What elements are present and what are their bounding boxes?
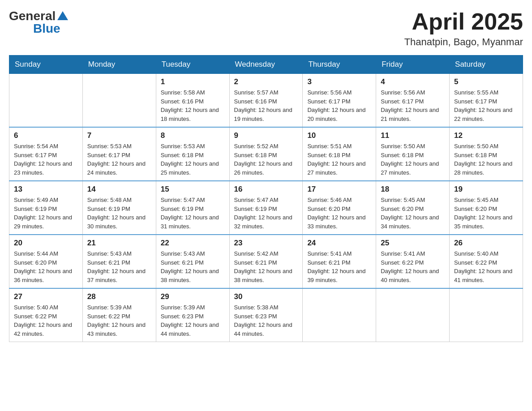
weekday-header-row: Sunday Monday Tuesday Wednesday Thursday… xyxy=(9,56,523,74)
page-header: General Blue April 2025 Thanatpin, Bago,… xyxy=(9,9,523,48)
daylight-text: Daylight: 12 hours and 36 minutes. xyxy=(14,268,72,283)
day-info: Sunrise: 5:53 AMSunset: 6:17 PMDaylight:… xyxy=(87,142,151,177)
sunrise-text: Sunrise: 5:50 AM xyxy=(381,143,425,150)
week-row-4: 20Sunrise: 5:44 AMSunset: 6:20 PMDayligh… xyxy=(9,235,523,288)
header-tuesday: Tuesday xyxy=(156,56,229,74)
sunrise-text: Sunrise: 5:43 AM xyxy=(161,250,205,257)
daylight-text: Daylight: 12 hours and 37 minutes. xyxy=(87,268,146,283)
day-cell: 9Sunrise: 5:52 AMSunset: 6:18 PMDaylight… xyxy=(229,127,303,181)
sunset-text: Sunset: 6:22 PM xyxy=(87,313,130,320)
day-info: Sunrise: 5:39 AMSunset: 6:22 PMDaylight:… xyxy=(87,303,151,338)
day-number: 3 xyxy=(307,77,371,86)
day-number: 23 xyxy=(234,239,298,248)
day-info: Sunrise: 5:43 AMSunset: 6:21 PMDaylight:… xyxy=(87,249,151,284)
day-info: Sunrise: 5:40 AMSunset: 6:22 PMDaylight:… xyxy=(454,249,518,284)
day-cell: 18Sunrise: 5:45 AMSunset: 6:20 PMDayligh… xyxy=(376,181,450,235)
day-info: Sunrise: 5:47 AMSunset: 6:19 PMDaylight:… xyxy=(234,196,298,231)
daylight-text: Daylight: 12 hours and 44 minutes. xyxy=(161,321,219,337)
sunrise-text: Sunrise: 5:40 AM xyxy=(454,250,498,257)
day-cell: 25Sunrise: 5:41 AMSunset: 6:22 PMDayligh… xyxy=(376,235,450,288)
day-info: Sunrise: 5:45 AMSunset: 6:20 PMDaylight:… xyxy=(454,196,518,231)
sunrise-text: Sunrise: 5:39 AM xyxy=(87,304,132,311)
day-info: Sunrise: 5:51 AMSunset: 6:18 PMDaylight:… xyxy=(307,142,371,177)
logo-triangle-icon xyxy=(56,9,69,22)
daylight-text: Daylight: 12 hours and 38 minutes. xyxy=(234,268,292,283)
sunset-text: Sunset: 6:20 PM xyxy=(381,206,424,212)
sunrise-text: Sunrise: 5:43 AM xyxy=(87,250,132,257)
day-cell: 12Sunrise: 5:50 AMSunset: 6:18 PMDayligh… xyxy=(450,127,523,181)
daylight-text: Daylight: 12 hours and 26 minutes. xyxy=(234,160,292,176)
day-number: 19 xyxy=(454,185,518,194)
location-title: Thanatpin, Bago, Myanmar xyxy=(404,36,523,48)
day-number: 16 xyxy=(234,185,298,194)
sunset-text: Sunset: 6:22 PM xyxy=(454,259,497,266)
sunrise-text: Sunrise: 5:45 AM xyxy=(381,197,425,203)
daylight-text: Daylight: 12 hours and 27 minutes. xyxy=(381,160,439,176)
daylight-text: Daylight: 12 hours and 22 minutes. xyxy=(454,107,512,122)
day-number: 10 xyxy=(307,131,371,140)
day-info: Sunrise: 5:41 AMSunset: 6:21 PMDaylight:… xyxy=(307,249,371,284)
day-cell xyxy=(450,288,523,342)
day-cell: 6Sunrise: 5:54 AMSunset: 6:17 PMDaylight… xyxy=(9,127,83,181)
daylight-text: Daylight: 12 hours and 38 minutes. xyxy=(161,268,219,283)
week-row-1: 1Sunrise: 5:58 AMSunset: 6:16 PMDaylight… xyxy=(9,74,523,128)
day-number: 5 xyxy=(454,77,518,86)
sunrise-text: Sunrise: 5:56 AM xyxy=(307,89,352,96)
sunrise-text: Sunrise: 5:39 AM xyxy=(161,304,205,311)
daylight-text: Daylight: 12 hours and 27 minutes. xyxy=(307,160,365,176)
daylight-text: Daylight: 12 hours and 41 minutes. xyxy=(454,268,512,283)
daylight-text: Daylight: 12 hours and 33 minutes. xyxy=(307,214,365,230)
day-number: 18 xyxy=(381,185,445,194)
header-wednesday: Wednesday xyxy=(229,56,303,74)
sunrise-text: Sunrise: 5:42 AM xyxy=(234,250,279,257)
day-number: 13 xyxy=(14,185,78,194)
day-info: Sunrise: 5:49 AMSunset: 6:19 PMDaylight:… xyxy=(14,196,78,231)
day-cell: 23Sunrise: 5:42 AMSunset: 6:21 PMDayligh… xyxy=(229,235,303,288)
sunrise-text: Sunrise: 5:41 AM xyxy=(381,250,425,257)
day-number: 27 xyxy=(14,292,78,301)
day-info: Sunrise: 5:50 AMSunset: 6:18 PMDaylight:… xyxy=(381,142,445,177)
day-cell xyxy=(82,74,156,128)
sunset-text: Sunset: 6:19 PM xyxy=(161,206,204,212)
daylight-text: Daylight: 12 hours and 19 minutes. xyxy=(234,107,292,122)
daylight-text: Daylight: 12 hours and 23 minutes. xyxy=(14,160,72,176)
day-number: 11 xyxy=(381,131,445,140)
sunset-text: Sunset: 6:18 PM xyxy=(381,152,424,158)
week-row-5: 27Sunrise: 5:40 AMSunset: 6:22 PMDayligh… xyxy=(9,288,523,342)
sunrise-text: Sunrise: 5:55 AM xyxy=(454,89,498,96)
daylight-text: Daylight: 12 hours and 20 minutes. xyxy=(307,107,365,122)
daylight-text: Daylight: 12 hours and 43 minutes. xyxy=(87,321,146,337)
day-number: 20 xyxy=(14,239,78,248)
sunrise-text: Sunrise: 5:44 AM xyxy=(14,250,58,257)
sunrise-text: Sunrise: 5:46 AM xyxy=(307,197,352,203)
daylight-text: Daylight: 12 hours and 30 minutes. xyxy=(87,214,146,230)
sunset-text: Sunset: 6:17 PM xyxy=(14,152,57,158)
day-info: Sunrise: 5:56 AMSunset: 6:17 PMDaylight:… xyxy=(381,88,445,123)
day-info: Sunrise: 5:39 AMSunset: 6:23 PMDaylight:… xyxy=(161,303,225,338)
sunset-text: Sunset: 6:16 PM xyxy=(161,98,204,105)
day-cell: 2Sunrise: 5:57 AMSunset: 6:16 PMDaylight… xyxy=(229,74,303,128)
sunset-text: Sunset: 6:16 PM xyxy=(234,98,277,105)
day-cell: 27Sunrise: 5:40 AMSunset: 6:22 PMDayligh… xyxy=(9,288,83,342)
title-area: April 2025 Thanatpin, Bago, Myanmar xyxy=(404,9,523,48)
day-info: Sunrise: 5:38 AMSunset: 6:23 PMDaylight:… xyxy=(234,303,298,338)
day-number: 1 xyxy=(161,77,225,86)
sunset-text: Sunset: 6:17 PM xyxy=(381,98,424,105)
day-info: Sunrise: 5:58 AMSunset: 6:16 PMDaylight:… xyxy=(161,88,225,123)
sunset-text: Sunset: 6:22 PM xyxy=(14,313,57,320)
sunset-text: Sunset: 6:18 PM xyxy=(454,152,497,158)
daylight-text: Daylight: 12 hours and 32 minutes. xyxy=(234,214,292,230)
day-number: 26 xyxy=(454,239,518,248)
day-cell: 26Sunrise: 5:40 AMSunset: 6:22 PMDayligh… xyxy=(450,235,523,288)
day-info: Sunrise: 5:48 AMSunset: 6:19 PMDaylight:… xyxy=(87,196,151,231)
day-number: 7 xyxy=(87,131,151,140)
day-number: 4 xyxy=(381,77,445,86)
sunset-text: Sunset: 6:21 PM xyxy=(307,259,350,266)
day-cell: 14Sunrise: 5:48 AMSunset: 6:19 PMDayligh… xyxy=(82,181,156,235)
day-cell: 16Sunrise: 5:47 AMSunset: 6:19 PMDayligh… xyxy=(229,181,303,235)
day-info: Sunrise: 5:54 AMSunset: 6:17 PMDaylight:… xyxy=(14,142,78,177)
sunset-text: Sunset: 6:20 PM xyxy=(307,206,350,212)
daylight-text: Daylight: 12 hours and 40 minutes. xyxy=(381,268,439,283)
day-cell: 15Sunrise: 5:47 AMSunset: 6:19 PMDayligh… xyxy=(156,181,229,235)
day-cell xyxy=(303,288,376,342)
